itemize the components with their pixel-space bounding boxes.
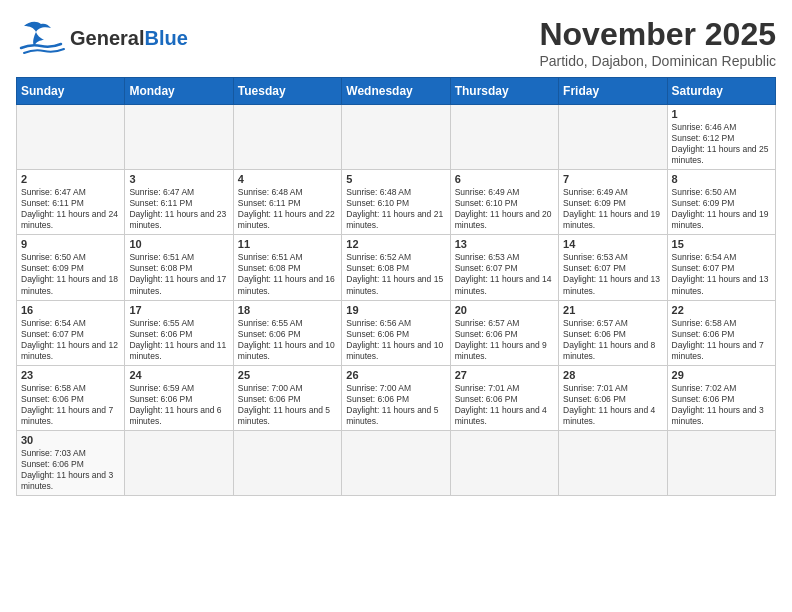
calendar-day: 16Sunrise: 6:54 AMSunset: 6:07 PMDayligh… [17,300,125,365]
calendar-week-row: 23Sunrise: 6:58 AMSunset: 6:06 PMDayligh… [17,365,776,430]
day-info: Sunrise: 7:01 AMSunset: 6:06 PMDaylight:… [563,383,662,427]
calendar-header-row: Sunday Monday Tuesday Wednesday Thursday… [17,78,776,105]
calendar-day: 22Sunrise: 6:58 AMSunset: 6:06 PMDayligh… [667,300,775,365]
calendar-day: 3Sunrise: 6:47 AMSunset: 6:11 PMDaylight… [125,170,233,235]
logo-blue: Blue [144,27,187,49]
day-number: 28 [563,369,662,381]
day-number: 9 [21,238,120,250]
calendar-day: 18Sunrise: 6:55 AMSunset: 6:06 PMDayligh… [233,300,341,365]
calendar-table: Sunday Monday Tuesday Wednesday Thursday… [16,77,776,496]
calendar-day [342,105,450,170]
logo-text-group: GeneralBlue [70,27,188,50]
calendar-day: 10Sunrise: 6:51 AMSunset: 6:08 PMDayligh… [125,235,233,300]
calendar-day: 26Sunrise: 7:00 AMSunset: 6:06 PMDayligh… [342,365,450,430]
day-info: Sunrise: 7:00 AMSunset: 6:06 PMDaylight:… [346,383,445,427]
calendar-day [125,430,233,495]
day-info: Sunrise: 6:58 AMSunset: 6:06 PMDaylight:… [21,383,120,427]
calendar-day [559,105,667,170]
calendar-day: 6Sunrise: 6:49 AMSunset: 6:10 PMDaylight… [450,170,558,235]
day-number: 8 [672,173,771,185]
day-number: 16 [21,304,120,316]
day-info: Sunrise: 6:53 AMSunset: 6:07 PMDaylight:… [455,252,554,296]
calendar-day: 11Sunrise: 6:51 AMSunset: 6:08 PMDayligh… [233,235,341,300]
day-info: Sunrise: 7:03 AMSunset: 6:06 PMDaylight:… [21,448,120,492]
day-info: Sunrise: 6:49 AMSunset: 6:10 PMDaylight:… [455,187,554,231]
day-number: 5 [346,173,445,185]
day-info: Sunrise: 6:49 AMSunset: 6:09 PMDaylight:… [563,187,662,231]
logo: GeneralBlue [16,16,188,61]
day-info: Sunrise: 6:50 AMSunset: 6:09 PMDaylight:… [21,252,120,296]
day-number: 26 [346,369,445,381]
day-info: Sunrise: 7:01 AMSunset: 6:06 PMDaylight:… [455,383,554,427]
day-number: 4 [238,173,337,185]
day-info: Sunrise: 6:50 AMSunset: 6:09 PMDaylight:… [672,187,771,231]
day-info: Sunrise: 6:47 AMSunset: 6:11 PMDaylight:… [129,187,228,231]
header-saturday: Saturday [667,78,775,105]
day-info: Sunrise: 6:55 AMSunset: 6:06 PMDaylight:… [129,318,228,362]
calendar-day: 4Sunrise: 6:48 AMSunset: 6:11 PMDaylight… [233,170,341,235]
page-container: GeneralBlue November 2025 Partido, Dajab… [16,16,776,496]
calendar-day: 8Sunrise: 6:50 AMSunset: 6:09 PMDaylight… [667,170,775,235]
calendar-day: 15Sunrise: 6:54 AMSunset: 6:07 PMDayligh… [667,235,775,300]
logo-general: General [70,27,144,49]
title-section: November 2025 Partido, Dajabon, Dominica… [539,16,776,69]
calendar-day: 13Sunrise: 6:53 AMSunset: 6:07 PMDayligh… [450,235,558,300]
calendar-day [450,105,558,170]
day-number: 23 [21,369,120,381]
calendar-week-row: 9Sunrise: 6:50 AMSunset: 6:09 PMDaylight… [17,235,776,300]
day-number: 3 [129,173,228,185]
header-sunday: Sunday [17,78,125,105]
day-number: 13 [455,238,554,250]
calendar-day: 20Sunrise: 6:57 AMSunset: 6:06 PMDayligh… [450,300,558,365]
calendar-day: 29Sunrise: 7:02 AMSunset: 6:06 PMDayligh… [667,365,775,430]
day-number: 25 [238,369,337,381]
header-wednesday: Wednesday [342,78,450,105]
day-number: 10 [129,238,228,250]
calendar-day: 7Sunrise: 6:49 AMSunset: 6:09 PMDaylight… [559,170,667,235]
day-number: 15 [672,238,771,250]
calendar-day: 5Sunrise: 6:48 AMSunset: 6:10 PMDaylight… [342,170,450,235]
calendar-day [125,105,233,170]
logo-wordmark: GeneralBlue [70,27,188,50]
day-number: 14 [563,238,662,250]
day-info: Sunrise: 6:55 AMSunset: 6:06 PMDaylight:… [238,318,337,362]
day-info: Sunrise: 6:51 AMSunset: 6:08 PMDaylight:… [238,252,337,296]
day-info: Sunrise: 6:59 AMSunset: 6:06 PMDaylight:… [129,383,228,427]
calendar-day: 17Sunrise: 6:55 AMSunset: 6:06 PMDayligh… [125,300,233,365]
calendar-day: 24Sunrise: 6:59 AMSunset: 6:06 PMDayligh… [125,365,233,430]
day-info: Sunrise: 6:54 AMSunset: 6:07 PMDaylight:… [21,318,120,362]
calendar-day: 19Sunrise: 6:56 AMSunset: 6:06 PMDayligh… [342,300,450,365]
day-number: 29 [672,369,771,381]
calendar-day: 25Sunrise: 7:00 AMSunset: 6:06 PMDayligh… [233,365,341,430]
day-number: 22 [672,304,771,316]
calendar-day: 1Sunrise: 6:46 AMSunset: 6:12 PMDaylight… [667,105,775,170]
day-info: Sunrise: 6:47 AMSunset: 6:11 PMDaylight:… [21,187,120,231]
calendar-week-row: 30Sunrise: 7:03 AMSunset: 6:06 PMDayligh… [17,430,776,495]
day-number: 6 [455,173,554,185]
calendar-day: 14Sunrise: 6:53 AMSunset: 6:07 PMDayligh… [559,235,667,300]
calendar-day [233,430,341,495]
calendar-day: 30Sunrise: 7:03 AMSunset: 6:06 PMDayligh… [17,430,125,495]
header-friday: Friday [559,78,667,105]
calendar-day: 23Sunrise: 6:58 AMSunset: 6:06 PMDayligh… [17,365,125,430]
day-info: Sunrise: 7:00 AMSunset: 6:06 PMDaylight:… [238,383,337,427]
month-title: November 2025 [539,16,776,53]
day-info: Sunrise: 6:51 AMSunset: 6:08 PMDaylight:… [129,252,228,296]
day-info: Sunrise: 6:57 AMSunset: 6:06 PMDaylight:… [455,318,554,362]
day-number: 18 [238,304,337,316]
calendar-day [17,105,125,170]
day-info: Sunrise: 6:48 AMSunset: 6:10 PMDaylight:… [346,187,445,231]
day-info: Sunrise: 6:48 AMSunset: 6:11 PMDaylight:… [238,187,337,231]
day-number: 17 [129,304,228,316]
calendar-week-row: 2Sunrise: 6:47 AMSunset: 6:11 PMDaylight… [17,170,776,235]
day-info: Sunrise: 6:54 AMSunset: 6:07 PMDaylight:… [672,252,771,296]
calendar-day: 2Sunrise: 6:47 AMSunset: 6:11 PMDaylight… [17,170,125,235]
calendar-week-row: 16Sunrise: 6:54 AMSunset: 6:07 PMDayligh… [17,300,776,365]
day-number: 7 [563,173,662,185]
calendar-day: 27Sunrise: 7:01 AMSunset: 6:06 PMDayligh… [450,365,558,430]
day-info: Sunrise: 6:53 AMSunset: 6:07 PMDaylight:… [563,252,662,296]
day-info: Sunrise: 6:56 AMSunset: 6:06 PMDaylight:… [346,318,445,362]
day-info: Sunrise: 6:46 AMSunset: 6:12 PMDaylight:… [672,122,771,166]
calendar-day: 21Sunrise: 6:57 AMSunset: 6:06 PMDayligh… [559,300,667,365]
day-number: 21 [563,304,662,316]
